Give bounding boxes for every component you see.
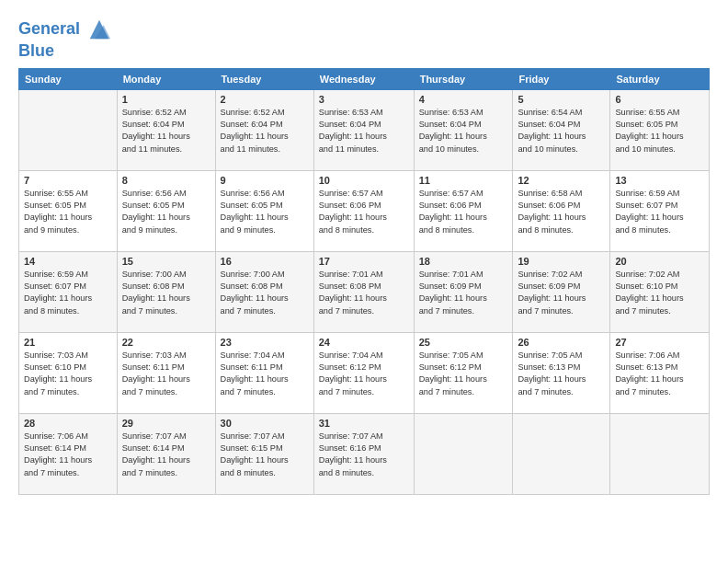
- week-row-1: 7Sunrise: 6:55 AMSunset: 6:05 PMDaylight…: [19, 170, 710, 251]
- day-detail: Sunrise: 6:53 AMSunset: 6:04 PMDaylight:…: [319, 107, 409, 155]
- day-number: 17: [319, 256, 409, 267]
- day-detail: Sunrise: 7:03 AMSunset: 6:11 PMDaylight:…: [122, 350, 210, 398]
- day-detail: Sunrise: 6:56 AMSunset: 6:05 PMDaylight:…: [221, 188, 309, 236]
- week-row-0: 1Sunrise: 6:52 AMSunset: 6:04 PMDaylight…: [19, 89, 710, 170]
- day-detail: Sunrise: 6:53 AMSunset: 6:04 PMDaylight:…: [419, 107, 508, 155]
- day-cell: 1Sunrise: 6:52 AMSunset: 6:04 PMDaylight…: [117, 89, 215, 170]
- day-detail: Sunrise: 7:06 AMSunset: 6:14 PMDaylight:…: [24, 431, 112, 479]
- day-detail: Sunrise: 7:05 AMSunset: 6:12 PMDaylight:…: [419, 350, 508, 398]
- day-detail: Sunrise: 6:54 AMSunset: 6:04 PMDaylight:…: [518, 107, 605, 155]
- day-detail: Sunrise: 7:03 AMSunset: 6:10 PMDaylight:…: [24, 350, 112, 398]
- day-cell: 10Sunrise: 6:57 AMSunset: 6:06 PMDayligh…: [313, 170, 414, 251]
- day-number: 16: [221, 256, 309, 267]
- logo-blue: Blue: [18, 41, 54, 60]
- day-number: 5: [518, 94, 605, 105]
- logo-general: General: [18, 19, 80, 38]
- day-detail: Sunrise: 7:07 AMSunset: 6:15 PMDaylight:…: [221, 431, 309, 479]
- day-cell: 5Sunrise: 6:54 AMSunset: 6:04 PMDaylight…: [513, 89, 610, 170]
- week-row-4: 28Sunrise: 7:06 AMSunset: 6:14 PMDayligh…: [19, 413, 710, 494]
- day-cell: 17Sunrise: 7:01 AMSunset: 6:08 PMDayligh…: [313, 251, 414, 332]
- day-cell: 3Sunrise: 6:53 AMSunset: 6:04 PMDaylight…: [313, 89, 414, 170]
- day-cell: 19Sunrise: 7:02 AMSunset: 6:09 PMDayligh…: [513, 251, 610, 332]
- header-tuesday: Tuesday: [215, 68, 313, 89]
- day-detail: Sunrise: 7:07 AMSunset: 6:14 PMDaylight:…: [122, 431, 210, 479]
- day-detail: Sunrise: 7:04 AMSunset: 6:12 PMDaylight:…: [319, 350, 409, 398]
- day-cell: 13Sunrise: 6:59 AMSunset: 6:07 PMDayligh…: [610, 170, 710, 251]
- day-number: 10: [319, 175, 409, 186]
- day-number: 18: [419, 256, 508, 267]
- day-number: 31: [319, 418, 409, 429]
- day-detail: Sunrise: 6:52 AMSunset: 6:04 PMDaylight:…: [221, 107, 309, 155]
- day-cell: [19, 89, 118, 170]
- day-detail: Sunrise: 6:59 AMSunset: 6:07 PMDaylight:…: [615, 188, 704, 236]
- day-number: 24: [319, 337, 409, 348]
- header-saturday: Saturday: [610, 68, 710, 89]
- day-detail: Sunrise: 7:01 AMSunset: 6:08 PMDaylight:…: [319, 269, 409, 317]
- day-detail: Sunrise: 6:57 AMSunset: 6:06 PMDaylight:…: [419, 188, 508, 236]
- day-cell: 25Sunrise: 7:05 AMSunset: 6:12 PMDayligh…: [414, 332, 513, 413]
- day-number: 7: [24, 175, 112, 186]
- day-number: 22: [122, 337, 210, 348]
- day-detail: Sunrise: 6:55 AMSunset: 6:05 PMDaylight:…: [24, 188, 112, 236]
- day-cell: 27Sunrise: 7:06 AMSunset: 6:13 PMDayligh…: [610, 332, 710, 413]
- day-cell: 8Sunrise: 6:56 AMSunset: 6:05 PMDaylight…: [117, 170, 215, 251]
- day-detail: Sunrise: 7:00 AMSunset: 6:08 PMDaylight:…: [221, 269, 309, 317]
- week-row-3: 21Sunrise: 7:03 AMSunset: 6:10 PMDayligh…: [19, 332, 710, 413]
- header: General Blue: [18, 17, 710, 61]
- day-number: 9: [221, 175, 309, 186]
- day-cell: 15Sunrise: 7:00 AMSunset: 6:08 PMDayligh…: [117, 251, 215, 332]
- day-number: 8: [122, 175, 210, 186]
- day-cell: 9Sunrise: 6:56 AMSunset: 6:05 PMDaylight…: [215, 170, 313, 251]
- day-number: 4: [419, 94, 508, 105]
- day-cell: 6Sunrise: 6:55 AMSunset: 6:05 PMDaylight…: [610, 89, 710, 170]
- day-detail: Sunrise: 6:58 AMSunset: 6:06 PMDaylight:…: [518, 188, 605, 236]
- day-detail: Sunrise: 6:55 AMSunset: 6:05 PMDaylight:…: [615, 107, 704, 155]
- day-cell: 7Sunrise: 6:55 AMSunset: 6:05 PMDaylight…: [19, 170, 118, 251]
- day-number: 12: [518, 175, 605, 186]
- day-cell: [414, 413, 513, 494]
- day-cell: 21Sunrise: 7:03 AMSunset: 6:10 PMDayligh…: [19, 332, 118, 413]
- day-cell: 24Sunrise: 7:04 AMSunset: 6:12 PMDayligh…: [313, 332, 414, 413]
- day-detail: Sunrise: 6:52 AMSunset: 6:04 PMDaylight:…: [122, 107, 210, 155]
- day-detail: Sunrise: 6:56 AMSunset: 6:05 PMDaylight:…: [122, 188, 210, 236]
- day-number: 15: [122, 256, 210, 267]
- day-detail: Sunrise: 7:06 AMSunset: 6:13 PMDaylight:…: [615, 350, 704, 398]
- day-detail: Sunrise: 6:57 AMSunset: 6:06 PMDaylight:…: [319, 188, 409, 236]
- day-number: 23: [221, 337, 309, 348]
- day-number: 2: [221, 94, 309, 105]
- day-cell: 26Sunrise: 7:05 AMSunset: 6:13 PMDayligh…: [513, 332, 610, 413]
- calendar-body: 1Sunrise: 6:52 AMSunset: 6:04 PMDaylight…: [19, 89, 710, 494]
- day-detail: Sunrise: 7:04 AMSunset: 6:11 PMDaylight:…: [221, 350, 309, 398]
- header-monday: Monday: [117, 68, 215, 89]
- day-number: 29: [122, 418, 210, 429]
- day-number: 13: [615, 175, 704, 186]
- day-detail: Sunrise: 7:01 AMSunset: 6:09 PMDaylight:…: [419, 269, 508, 317]
- day-detail: Sunrise: 7:00 AMSunset: 6:08 PMDaylight:…: [122, 269, 210, 317]
- day-number: 3: [319, 94, 409, 105]
- day-cell: 23Sunrise: 7:04 AMSunset: 6:11 PMDayligh…: [215, 332, 313, 413]
- day-cell: 12Sunrise: 6:58 AMSunset: 6:06 PMDayligh…: [513, 170, 610, 251]
- day-detail: Sunrise: 7:02 AMSunset: 6:09 PMDaylight:…: [518, 269, 605, 317]
- logo: General Blue: [18, 17, 112, 61]
- day-cell: 28Sunrise: 7:06 AMSunset: 6:14 PMDayligh…: [19, 413, 118, 494]
- header-wednesday: Wednesday: [313, 68, 414, 89]
- calendar-table: SundayMondayTuesdayWednesdayThursdayFrid…: [18, 68, 710, 495]
- day-number: 26: [518, 337, 605, 348]
- day-number: 6: [615, 94, 704, 105]
- day-cell: 2Sunrise: 6:52 AMSunset: 6:04 PMDaylight…: [215, 89, 313, 170]
- day-detail: Sunrise: 7:05 AMSunset: 6:13 PMDaylight:…: [518, 350, 605, 398]
- day-detail: Sunrise: 7:07 AMSunset: 6:16 PMDaylight:…: [319, 431, 409, 479]
- day-number: 21: [24, 337, 112, 348]
- day-cell: 22Sunrise: 7:03 AMSunset: 6:11 PMDayligh…: [117, 332, 215, 413]
- day-detail: Sunrise: 6:59 AMSunset: 6:07 PMDaylight:…: [24, 269, 112, 317]
- week-row-2: 14Sunrise: 6:59 AMSunset: 6:07 PMDayligh…: [19, 251, 710, 332]
- header-thursday: Thursday: [414, 68, 513, 89]
- day-number: 27: [615, 337, 704, 348]
- day-cell: [513, 413, 610, 494]
- day-cell: 4Sunrise: 6:53 AMSunset: 6:04 PMDaylight…: [414, 89, 513, 170]
- day-cell: 30Sunrise: 7:07 AMSunset: 6:15 PMDayligh…: [215, 413, 313, 494]
- day-cell: 16Sunrise: 7:00 AMSunset: 6:08 PMDayligh…: [215, 251, 313, 332]
- day-cell: 18Sunrise: 7:01 AMSunset: 6:09 PMDayligh…: [414, 251, 513, 332]
- day-number: 14: [24, 256, 112, 267]
- day-detail: Sunrise: 7:02 AMSunset: 6:10 PMDaylight:…: [615, 269, 704, 317]
